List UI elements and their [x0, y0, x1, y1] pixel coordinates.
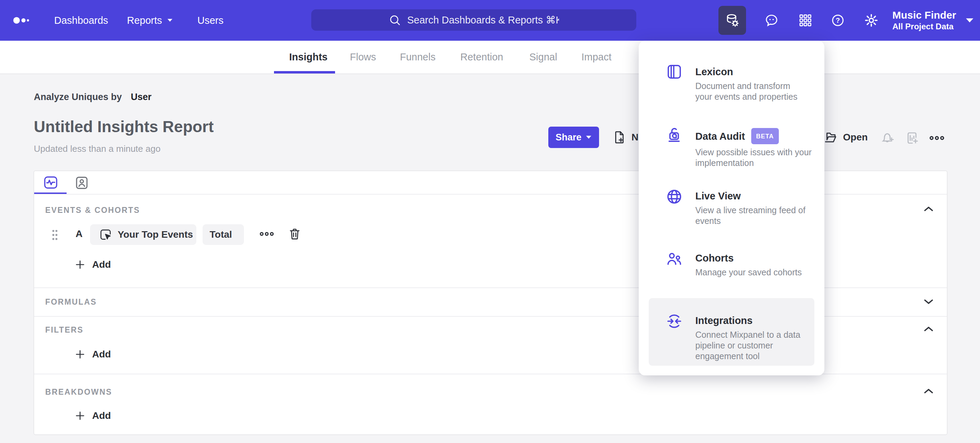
- menu-item-title: Data AuditBETA: [695, 128, 819, 144]
- chart-plus-icon: [905, 131, 919, 145]
- menu-item-desc: Document and transform your events and p…: [695, 81, 819, 102]
- search-icon: [388, 14, 401, 26]
- event-row-letter: A: [76, 229, 83, 240]
- tab-impact[interactable]: Impact: [581, 41, 611, 73]
- menu-item-desc: View a live streaming feed of events: [695, 205, 819, 226]
- lexicon-book-icon: [665, 63, 683, 81]
- alert-add-button[interactable]: [881, 131, 895, 145]
- chevron-down-icon: [167, 18, 173, 22]
- chevron-down-icon: [965, 17, 974, 24]
- chevron-up-icon: [922, 322, 935, 336]
- section-filters: FILTERS: [45, 326, 84, 335]
- expand-formulas-button[interactable]: [922, 295, 935, 308]
- tab-funnels[interactable]: Funnels: [400, 41, 436, 73]
- tab-events-metrics[interactable]: [43, 174, 59, 191]
- section-formulas: FORMULAS: [45, 297, 97, 307]
- more-actions-button[interactable]: [929, 133, 945, 143]
- menu-item-title: Integrations: [695, 314, 819, 327]
- share-button-label: Share: [555, 132, 581, 143]
- menu-item-title: Lexicon: [695, 65, 819, 78]
- mixpanel-logo-icon[interactable]: [13, 16, 32, 25]
- globe-icon: [665, 188, 683, 206]
- apps-grid-button[interactable]: [792, 6, 819, 35]
- collapse-events-button[interactable]: [922, 202, 935, 216]
- ellipsis-icon: [929, 133, 945, 143]
- delete-event-button[interactable]: [288, 226, 302, 241]
- updated-timestamp: Updated less than a minute ago: [34, 143, 161, 154]
- nav-item-users[interactable]: Users: [197, 0, 224, 41]
- gear-icon: [864, 13, 878, 28]
- profile-card-icon: [74, 175, 89, 191]
- collapse-filters-button[interactable]: [922, 322, 935, 336]
- plus-icon: [74, 410, 86, 422]
- menu-item-desc: View possible issues with your implement…: [695, 147, 819, 168]
- project-scope: All Project Data: [892, 21, 956, 32]
- drag-handle[interactable]: [51, 229, 59, 241]
- project-name: Music Finder: [892, 9, 956, 21]
- trash-icon: [288, 226, 302, 241]
- share-button[interactable]: Share: [548, 127, 599, 148]
- grid-icon: [798, 13, 813, 28]
- cohorts-people-icon: [665, 250, 683, 268]
- lock-icon: [665, 125, 683, 143]
- report-tabbar: Insights Flows Funnels Retention Signal …: [0, 41, 980, 74]
- aggregation-label: Total: [210, 229, 232, 240]
- menu-item-title: Cohorts: [695, 252, 819, 264]
- ellipsis-icon: [259, 229, 274, 238]
- add-button-label: Add: [92, 259, 111, 270]
- add-button-label: Add: [92, 410, 111, 421]
- analyze-row: Analyze Uniques by User: [34, 92, 151, 102]
- add-to-board-button[interactable]: [905, 131, 919, 145]
- integrations-sync-icon: [665, 312, 683, 330]
- open-report-button[interactable]: Open: [823, 130, 868, 144]
- tab-retention[interactable]: Retention: [460, 41, 503, 73]
- help-icon: ?: [830, 13, 845, 28]
- tab-signal[interactable]: Signal: [529, 41, 557, 73]
- data-management-button[interactable]: [718, 6, 746, 35]
- nav-item-label: Dashboards: [54, 15, 108, 26]
- search-input[interactable]: [407, 14, 559, 26]
- chevron-down-icon: [585, 135, 592, 140]
- feedback-button[interactable]: [758, 6, 785, 35]
- add-event-button[interactable]: Add: [74, 259, 111, 270]
- top-nav: Dashboards Reports Users: [0, 0, 980, 41]
- nav-item-reports[interactable]: Reports: [127, 0, 173, 41]
- pulse-chart-icon: [43, 174, 59, 191]
- open-button-label: Open: [843, 132, 868, 143]
- menu-item-desc: Manage your saved cohorts: [695, 267, 819, 278]
- tab-profiles[interactable]: [74, 175, 89, 191]
- global-search[interactable]: [311, 9, 636, 31]
- main-content: Analyze Uniques by User Untitled Insight…: [0, 74, 980, 443]
- settings-button[interactable]: [858, 6, 885, 35]
- menu-item-desc: Connect Mixpanel to a data pipeline or c…: [695, 329, 819, 362]
- event-name-label: Your Top Events: [118, 229, 193, 240]
- add-filter-button[interactable]: Add: [74, 348, 111, 360]
- plus-icon: [74, 348, 86, 360]
- plus-icon: [74, 259, 86, 270]
- event-selector-pill[interactable]: Your Top Events: [90, 224, 196, 245]
- tab-flows[interactable]: Flows: [350, 41, 376, 73]
- help-button[interactable]: ?: [824, 6, 852, 35]
- event-row-options-button[interactable]: [259, 229, 274, 238]
- data-management-menu: Lexicon Document and transform your even…: [639, 41, 824, 375]
- collapse-breakdowns-button[interactable]: [922, 384, 935, 398]
- active-tab-underline: [274, 71, 335, 73]
- page-title[interactable]: Untitled Insights Report: [34, 117, 213, 136]
- add-breakdown-button[interactable]: Add: [74, 410, 111, 422]
- analyze-by-selector[interactable]: User: [131, 92, 151, 102]
- nav-item-dashboards[interactable]: Dashboards: [54, 0, 108, 41]
- drag-dots-icon: [51, 229, 59, 241]
- project-selector[interactable]: Music Finder All Project Data: [892, 0, 974, 41]
- tab-insights[interactable]: Insights: [289, 41, 328, 73]
- bell-plus-icon: [881, 131, 895, 145]
- chevron-down-icon: [922, 295, 935, 308]
- nav-item-label: Reports: [127, 15, 162, 26]
- analyze-label: Analyze Uniques by: [34, 92, 122, 102]
- beta-badge: BETA: [751, 128, 779, 144]
- cursor-click-icon: [99, 228, 112, 241]
- svg-text:?: ?: [836, 17, 840, 24]
- document-plus-icon: [612, 130, 627, 145]
- section-events-cohorts: EVENTS & COHORTS: [45, 206, 140, 215]
- speech-bubble-icon: [764, 13, 779, 28]
- aggregation-dropdown[interactable]: Total: [202, 224, 244, 245]
